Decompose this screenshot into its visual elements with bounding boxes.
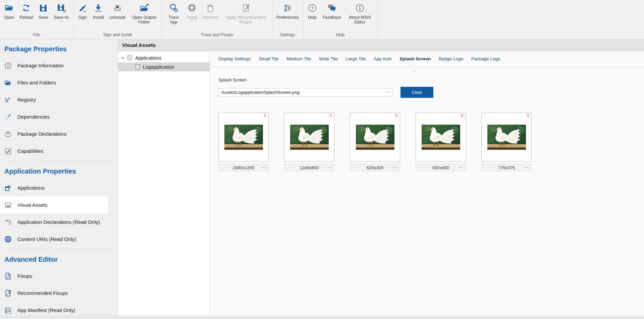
- reload-button[interactable]: Reload: [17, 2, 36, 20]
- tab-medium-tile[interactable]: Medium Tile: [286, 56, 311, 67]
- ribbon-group-trace-fixups: Trace App Apply Remove: [162, 0, 272, 39]
- group-label-help: Help: [303, 32, 377, 39]
- sidebar-item-registry[interactable]: Registry: [0, 91, 118, 108]
- install-button[interactable]: Install: [90, 2, 107, 20]
- sidebar-item-app-manifest[interactable]: App Manifest (Read Only): [0, 302, 118, 316]
- tile-menu-button[interactable]: ···: [327, 166, 332, 170]
- tree-item-label: Applications: [135, 55, 161, 61]
- chevron-down-icon[interactable]: [60, 20, 63, 22]
- feedback-button[interactable]: Feedback: [320, 2, 344, 20]
- apply-button[interactable]: Apply: [184, 2, 200, 22]
- clear-button[interactable]: Clear: [400, 87, 433, 98]
- splash-path-input[interactable]: [218, 88, 393, 97]
- chevron-down-icon: [191, 20, 194, 22]
- open-output-folder-button[interactable]: Open Output Folder: [128, 2, 160, 24]
- ribbon-toolbar: Open Reload Save Save As: [0, 0, 644, 40]
- size-label: 1240x600: [300, 165, 319, 170]
- wrench-star-page-icon: [4, 290, 12, 297]
- tab-small-tile[interactable]: Small Tile: [259, 56, 279, 67]
- splash-screen-panel: Splash Screen ··· Clear X: [210, 67, 644, 171]
- sidebar-item-package-declarations[interactable]: Package Declarations: [0, 125, 118, 142]
- tile-menu-button[interactable]: ···: [262, 166, 266, 170]
- application-node-icon: [135, 64, 140, 70]
- sidebar-item-package-information[interactable]: Package Information: [0, 57, 118, 74]
- remove-asset-icon[interactable]: X: [329, 114, 332, 118]
- feedback-bubbles-icon: [327, 2, 337, 14]
- globe-icon: [4, 236, 12, 243]
- sidebar-item-files-and-folders[interactable]: Files and Folders: [0, 74, 118, 91]
- apply-recommended-fixups-button[interactable]: Apply Recommended Fixups: [221, 2, 271, 24]
- section-heading-advanced-editor: Advanced Editor: [0, 250, 118, 267]
- apply-recommended-fixups-label: Apply Recommended Fixups: [224, 15, 268, 24]
- group-label-sign-install: Sign and Install: [73, 32, 162, 39]
- tab-wide-tile[interactable]: Wide Tile: [319, 56, 338, 67]
- tile-menu-button[interactable]: ···: [525, 166, 529, 170]
- save-button[interactable]: Save: [36, 2, 51, 20]
- save-as-label: Save As: [54, 15, 69, 20]
- remove-button[interactable]: Remove: [200, 2, 221, 20]
- open-button[interactable]: Open: [1, 2, 17, 20]
- preferences-button[interactable]: Preferences: [274, 2, 302, 20]
- sidebar-item-label: Fixups: [17, 273, 32, 279]
- bottom-scrollbar-strip[interactable]: [0, 316, 644, 319]
- save-as-button[interactable]: Save As: [51, 2, 72, 22]
- size-label: 930x450: [432, 165, 449, 170]
- size-badge: 1240x600 ···: [284, 164, 334, 171]
- tab-app-icon[interactable]: App Icon: [374, 56, 391, 67]
- tile-menu-button[interactable]: ···: [393, 166, 397, 170]
- uninstall-label: Uninstall: [109, 15, 125, 20]
- remove-asset-icon[interactable]: X: [395, 114, 398, 118]
- trace-app-magnifier-icon: [169, 2, 179, 14]
- dove-preview-image: [290, 125, 329, 150]
- splash-preview-930x450: X: [416, 113, 466, 171]
- chevron-down-icon[interactable]: [121, 57, 125, 59]
- tab-package-logo[interactable]: Package Logo: [471, 56, 500, 67]
- remove-asset-icon[interactable]: X: [461, 114, 464, 118]
- tile-menu-button[interactable]: ···: [459, 166, 463, 170]
- sidebar-item-content-uris[interactable]: Content URIs (Read Only): [0, 231, 118, 248]
- remove-asset-icon[interactable]: X: [527, 114, 529, 118]
- tab-large-tile[interactable]: Large Tile: [346, 56, 366, 67]
- sidebar-item-dependencies[interactable]: Dependencies: [0, 108, 118, 125]
- sign-button[interactable]: Sign: [75, 2, 90, 20]
- preview-box: X: [218, 113, 269, 162]
- tab-display-settings[interactable]: Display Settings: [218, 56, 251, 67]
- preferences-label: Preferences: [276, 15, 299, 20]
- about-msix-editor-button[interactable]: About MSIX Editor: [344, 2, 376, 24]
- tree-item-applications[interactable]: Applications: [118, 53, 210, 62]
- trace-app-button[interactable]: Trace App: [163, 2, 184, 24]
- app-windows-icon: [4, 184, 12, 192]
- tab-splash-screen[interactable]: Splash Screen: [399, 56, 431, 67]
- about-info-icon: [355, 2, 365, 14]
- sidebar-item-label: Registry: [17, 97, 36, 103]
- remove-label: Remove: [203, 15, 218, 20]
- preview-box: X: [416, 113, 466, 162]
- tree-item-logapplication[interactable]: Logapplication: [118, 62, 210, 71]
- apply-plus-icon: [187, 2, 197, 14]
- sidebar-item-label: Applications: [17, 185, 45, 191]
- ribbon-group-sign-install: Sign Install Uninstall Open Output Folde…: [73, 0, 162, 39]
- save-as-icon: [56, 2, 66, 14]
- sidebar-item-fixups[interactable]: Fixups: [0, 267, 118, 284]
- apply-label: Apply: [187, 15, 197, 20]
- arrow-list-icon: [4, 218, 12, 226]
- sidebar-item-label: Dependencies: [17, 114, 50, 120]
- ribbon-group-file: Open Reload Save Save As: [0, 0, 73, 39]
- sidebar-item-application-declarations[interactable]: Application Declarations (Read Only): [0, 213, 118, 231]
- remove-asset-icon[interactable]: X: [264, 114, 266, 118]
- sidebar-item-applications[interactable]: Applications: [0, 179, 118, 196]
- tab-badge-logo[interactable]: Badge Logo: [439, 56, 463, 67]
- splash-preview-2480x1200: X: [218, 113, 269, 171]
- page-title: Visual Assets: [118, 40, 644, 51]
- section-heading-package-properties: Package Properties: [0, 40, 118, 57]
- uninstall-button[interactable]: Uninstall: [107, 2, 128, 20]
- save-label: Save: [39, 15, 48, 20]
- image-icon: [4, 201, 12, 209]
- sidebar-item-label: Package Information: [17, 63, 64, 68]
- help-button[interactable]: ? Help: [305, 2, 320, 20]
- browse-button[interactable]: ···: [384, 88, 392, 96]
- sidebar-item-visual-assets[interactable]: Visual Assets: [0, 196, 108, 213]
- sidebar-item-recommended-fixups[interactable]: Recommended Fixups: [0, 284, 118, 302]
- sidebar-item-capabilities[interactable]: Capabilities: [0, 142, 118, 160]
- group-label-settings: Settings: [272, 32, 303, 39]
